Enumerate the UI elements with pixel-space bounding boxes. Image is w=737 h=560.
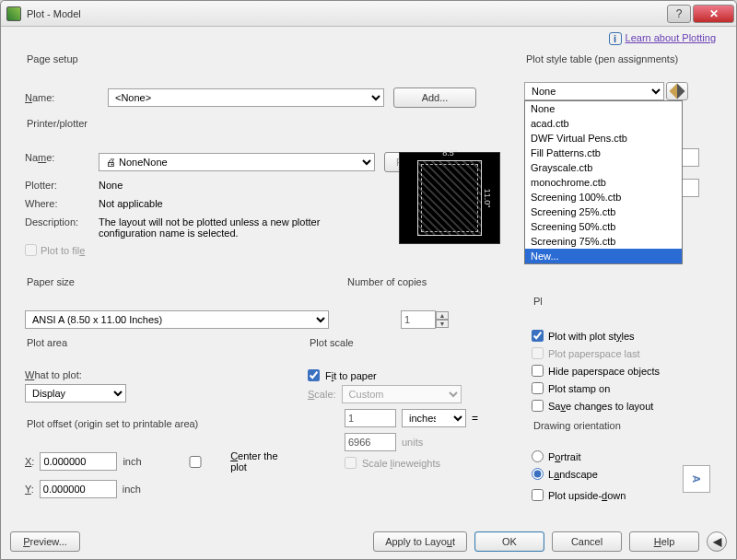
description-value: The layout will not be plotted unless a … <box>99 216 366 239</box>
orientation-preview-icon: A <box>683 465 710 493</box>
app-icon <box>6 6 21 21</box>
page-setup-name-label: Name: <box>25 92 108 103</box>
plot-offset-legend: Plot offset (origin set to printable are… <box>25 418 200 429</box>
paper-size-select[interactable]: ANSI A (8.50 x 11.00 Inches) <box>25 310 329 329</box>
plot-with-styles-checkbox[interactable] <box>532 330 544 342</box>
plot-to-file-label: Plot to file <box>41 245 85 256</box>
drawing-orientation-group: Drawing orientation Portrait Landscape P… <box>524 421 718 508</box>
offset-y-input[interactable] <box>40 480 117 498</box>
expand-collapse-button[interactable]: ◀ <box>707 531 727 552</box>
paper-width-dim: 8.5" <box>442 148 457 158</box>
pst-option[interactable]: None <box>525 101 682 116</box>
copies-spin-up[interactable]: ▲ <box>436 311 449 320</box>
offset-y-unit: inch <box>123 484 141 495</box>
landscape-label: Landscape <box>548 469 598 480</box>
hide-paperspace-checkbox[interactable] <box>532 365 544 377</box>
plot-area-group: Plot area What to plot: Display <box>18 338 174 412</box>
copies-legend: Number of copies <box>345 276 428 287</box>
printer-plotter-legend: Printer/plotter <box>25 118 89 129</box>
page-setup-name-select[interactable]: <None> <box>108 88 384 107</box>
copies-input[interactable] <box>401 310 436 329</box>
help-button[interactable]: Help <box>629 531 699 552</box>
edit-plot-style-button[interactable] <box>666 82 688 100</box>
scale-units-select[interactable]: inches <box>402 409 466 427</box>
plotter-label: Plotter: <box>25 180 99 191</box>
offset-x-label: X: <box>25 456 34 467</box>
learn-about-plotting-link[interactable]: iLearn about Plotting <box>609 32 716 45</box>
plot-upside-down-checkbox[interactable] <box>532 489 544 501</box>
plot-style-table-legend: Plot style table (pen assignments) <box>524 53 680 64</box>
fit-to-paper-checkbox[interactable] <box>308 369 320 381</box>
button-bar: Preview... Apply to Layout OK Cancel Hel… <box>10 531 727 552</box>
page-setup-add-button[interactable]: Add... <box>393 88 476 108</box>
offset-x-unit: inch <box>123 456 141 467</box>
info-icon: i <box>609 32 622 45</box>
plot-paperspace-last-label: Plot paperspace last <box>548 348 640 359</box>
plot-style-dropdown-list[interactable]: None acad.ctb DWF Virtual Pens.ctb Fill … <box>524 100 683 264</box>
apply-to-layout-button[interactable]: Apply to Layout <box>373 531 467 552</box>
save-changes-checkbox[interactable] <box>532 400 544 412</box>
printer-plotter-group: Printer/plotter Name: 🖨 NoneNone Propert… <box>18 119 506 266</box>
printer-name-label: Name: <box>25 152 99 172</box>
number-of-copies-group: Number of copies ▲ ▼ <box>338 277 504 329</box>
plot-style-table-select[interactable]: None <box>524 82 664 100</box>
scale-lineweights-checkbox[interactable] <box>345 457 357 469</box>
what-to-plot-label: What to plot: <box>25 369 167 380</box>
offset-y-label: Y: <box>25 484 34 495</box>
pst-option[interactable]: Screening 50%.ctb <box>525 219 682 234</box>
pst-option[interactable]: acad.ctb <box>525 116 682 131</box>
paper-preview: 8.5" 11.0" <box>399 152 500 244</box>
pst-option[interactable]: DWF Virtual Pens.ctb <box>525 131 682 146</box>
plot-options-group: Pl Plot with plot styles Plot paperspace… <box>524 297 718 419</box>
scale-num1-input[interactable] <box>345 409 396 427</box>
copies-spin-down[interactable]: ▼ <box>436 320 449 328</box>
pst-option[interactable]: Fill Patterns.ctb <box>525 146 682 160</box>
scale-equals-icon: = <box>472 412 478 425</box>
where-label: Where: <box>25 198 99 209</box>
save-changes-label: Save changes to layout <box>548 401 653 412</box>
scale-num2-input[interactable] <box>345 433 396 451</box>
plot-stamp-checkbox[interactable] <box>532 382 544 394</box>
plot-style-table-group: Plot style table (pen assignments) None <box>524 54 718 104</box>
titlebar-close-button[interactable]: ✕ <box>693 5 734 23</box>
what-to-plot-select[interactable]: Display <box>25 384 126 402</box>
center-plot-checkbox[interactable] <box>164 456 228 468</box>
plot-offset-group: Plot offset (origin set to printable are… <box>18 419 292 493</box>
page-setup-legend: Page setup <box>25 53 80 64</box>
plot-stamp-label: Plot stamp on <box>548 383 610 394</box>
titlebar-help-button[interactable]: ? <box>667 5 691 23</box>
plot-options-legend: Pl <box>532 296 544 307</box>
printer-name-select[interactable]: 🖨 NoneNone <box>99 153 375 171</box>
plot-upside-down-label: Plot upside-down <box>548 490 626 501</box>
offset-x-input[interactable] <box>40 452 117 471</box>
plot-area-legend: Plot area <box>25 337 69 348</box>
scale-label: Scale: <box>308 389 336 400</box>
center-plot-label: Center the plot <box>230 450 285 472</box>
paper-height-dim: 11.0" <box>484 189 493 208</box>
pst-option[interactable]: monochrome.ctb <box>525 175 682 190</box>
pst-option[interactable]: Screening 75%.ctb <box>525 234 682 249</box>
pencil-icon <box>670 84 685 99</box>
portrait-label: Portrait <box>548 451 580 462</box>
paper-size-legend: Paper size <box>25 276 76 287</box>
plot-dialog: Plot - Model ? ✕ iLearn about Plotting P… <box>0 0 737 560</box>
pst-option[interactable]: Screening 25%.ctb <box>525 204 682 219</box>
description-label: Description: <box>25 216 99 239</box>
scale-select[interactable]: Custom <box>342 385 462 403</box>
fit-to-paper-label: Fit to paper <box>325 370 377 381</box>
cancel-button[interactable]: Cancel <box>552 531 622 552</box>
plot-paperspace-last-checkbox[interactable] <box>532 347 544 359</box>
pst-option-selected[interactable]: New... <box>525 249 682 263</box>
portrait-radio[interactable] <box>532 450 544 462</box>
window-title: Plot - Model <box>27 8 667 19</box>
pst-option[interactable]: Grayscale.ctb <box>525 160 682 175</box>
scale-units2-label: units <box>402 437 423 448</box>
drawing-orientation-legend: Drawing orientation <box>532 420 623 431</box>
scale-lineweights-label: Scale lineweights <box>362 458 440 469</box>
plot-to-file-checkbox[interactable] <box>25 244 37 256</box>
ok-button[interactable]: OK <box>474 531 544 552</box>
paper-size-group: Paper size ANSI A (8.50 x 11.00 Inches) <box>18 277 336 329</box>
preview-button[interactable]: Preview... <box>10 531 80 552</box>
pst-option[interactable]: Screening 100%.ctb <box>525 190 682 204</box>
landscape-radio[interactable] <box>532 468 544 480</box>
